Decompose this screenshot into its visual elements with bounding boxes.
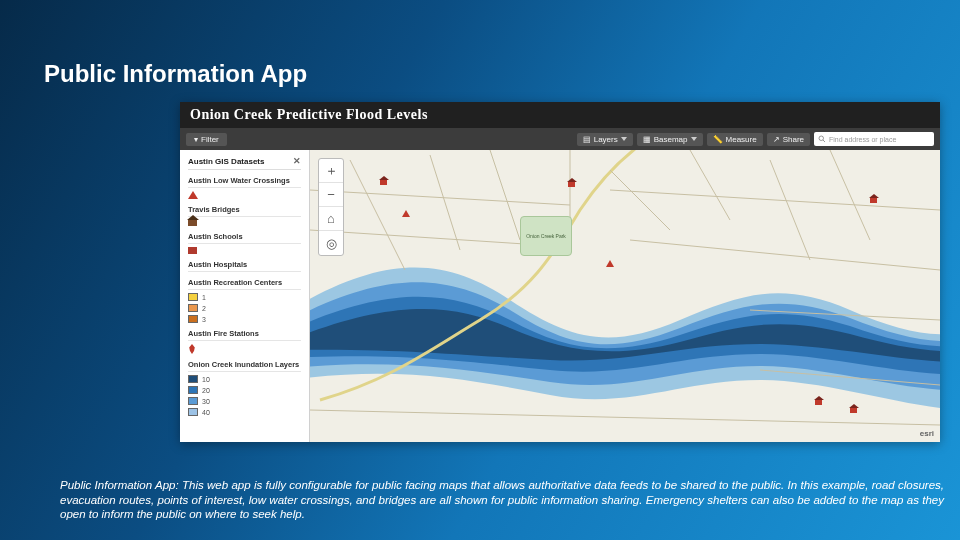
- search-input[interactable]: Find address or place: [814, 132, 934, 146]
- app-screenshot: Onion Creek Predictive Flood Levels ▾ Fi…: [180, 102, 940, 442]
- layers-panel-heading: Austin GIS Datasets: [188, 157, 264, 166]
- legend-label: 3: [202, 316, 206, 323]
- legend-label: 30: [202, 398, 210, 405]
- share-icon: ↗: [773, 135, 780, 144]
- school-marker[interactable]: [850, 408, 857, 413]
- ruler-icon: 📏: [713, 135, 723, 144]
- search-icon: [818, 135, 826, 143]
- app-titlebar: Onion Creek Predictive Flood Levels: [180, 102, 940, 128]
- chevron-down-icon: [691, 137, 697, 141]
- search-placeholder: Find address or place: [829, 136, 896, 143]
- legend-item: 40: [188, 408, 301, 416]
- legend-item: [188, 344, 301, 354]
- layers-icon: ▤: [583, 135, 591, 144]
- legend-label: 1: [202, 294, 206, 301]
- attribution: esri: [920, 429, 934, 438]
- basemap-label: Basemap: [654, 135, 688, 144]
- legend-swatch: [188, 408, 198, 416]
- legend-item: [188, 247, 301, 254]
- measure-label: Measure: [726, 135, 757, 144]
- measure-button[interactable]: 📏 Measure: [707, 133, 763, 146]
- legend-swatch: [188, 397, 198, 405]
- legend-item: 3: [188, 315, 301, 323]
- layers-label: Layers: [594, 135, 618, 144]
- legend-item: 10: [188, 375, 301, 383]
- layer-group-label[interactable]: Austin Hospitals: [188, 260, 301, 272]
- school-marker[interactable]: [815, 400, 822, 405]
- share-label: Share: [783, 135, 804, 144]
- close-icon[interactable]: ✕: [293, 156, 301, 166]
- legend-item: [188, 191, 301, 199]
- layer-group-label[interactable]: Austin Schools: [188, 232, 301, 244]
- locate-button[interactable]: ◎: [319, 231, 343, 255]
- chevron-down-icon: [621, 137, 627, 141]
- legend-label: 10: [202, 376, 210, 383]
- legend-swatch: [188, 375, 198, 383]
- filter-label: Filter: [201, 135, 219, 144]
- school-marker[interactable]: [380, 180, 387, 185]
- crossing-marker[interactable]: [606, 260, 614, 267]
- legend-item: 30: [188, 397, 301, 405]
- home-button[interactable]: ⌂: [319, 207, 343, 231]
- funnel-icon: ▾: [194, 135, 198, 144]
- legend-label: 20: [202, 387, 210, 394]
- layer-group-label[interactable]: Onion Creek Inundation Layers: [188, 360, 301, 372]
- layers-button[interactable]: ▤ Layers: [577, 133, 633, 146]
- map-markers: [310, 150, 940, 442]
- legend-item: 2: [188, 304, 301, 312]
- layer-group-label[interactable]: Austin Low Water Crossings: [188, 176, 301, 188]
- map-toolbar: ＋ − ⌂ ◎: [318, 158, 344, 256]
- filter-button[interactable]: ▾ Filter: [186, 133, 227, 146]
- legend-item: 1: [188, 293, 301, 301]
- legend-item: 20: [188, 386, 301, 394]
- school-icon: [188, 247, 197, 254]
- page-title: Public Information App: [44, 60, 307, 88]
- grid-icon: ▦: [643, 135, 651, 144]
- house-icon: [188, 220, 197, 226]
- map-canvas[interactable]: Onion Creek Park ＋ − ⌂ ◎ esri: [310, 150, 940, 442]
- legend-swatch: [188, 386, 198, 394]
- flame-icon: [188, 344, 196, 354]
- crossing-marker[interactable]: [402, 210, 410, 217]
- warning-triangle-icon: [188, 191, 198, 199]
- layer-group-label[interactable]: Travis Bridges: [188, 205, 301, 217]
- layer-group-label[interactable]: Austin Recreation Centers: [188, 278, 301, 290]
- zoom-out-button[interactable]: −: [319, 183, 343, 207]
- caption-text: Public Information App: This web app is …: [60, 478, 944, 522]
- zoom-in-button[interactable]: ＋: [319, 159, 343, 183]
- school-marker[interactable]: [870, 198, 877, 203]
- basemap-button[interactable]: ▦ Basemap: [637, 133, 703, 146]
- legend-label: 40: [202, 409, 210, 416]
- legend-item: [188, 220, 301, 226]
- app-toolbar: ▾ Filter ▤ Layers ▦ Basemap 📏 Measure ↗ …: [180, 128, 940, 150]
- layers-panel: Austin GIS Datasets ✕ Austin Low Water C…: [180, 150, 310, 442]
- legend-label: 2: [202, 305, 206, 312]
- svg-line-1: [823, 140, 825, 142]
- legend-swatch: [188, 293, 198, 301]
- legend-swatch: [188, 315, 198, 323]
- share-button[interactable]: ↗ Share: [767, 133, 810, 146]
- legend-swatch: [188, 304, 198, 312]
- svg-point-0: [819, 136, 824, 141]
- layer-group-label[interactable]: Austin Fire Stations: [188, 329, 301, 341]
- school-marker[interactable]: [568, 182, 575, 187]
- slide: Public Information App Onion Creek Predi…: [0, 0, 960, 540]
